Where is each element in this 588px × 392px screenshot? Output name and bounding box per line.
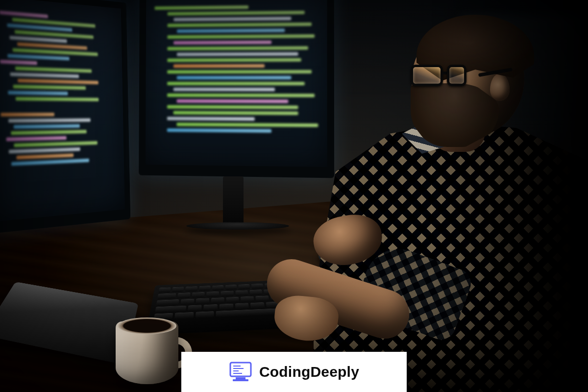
svg-rect-1 — [236, 377, 245, 379]
code-on-screen — [0, 8, 118, 209]
watermark-text: CodingDeeply — [259, 364, 359, 380]
programmer-person — [284, 10, 588, 382]
svg-rect-2 — [233, 379, 248, 381]
monitor-left — [0, 0, 130, 234]
monitor-stand-base — [185, 222, 290, 230]
eyeglasses — [411, 65, 484, 89]
computer-code-icon — [229, 361, 252, 383]
svg-rect-0 — [230, 363, 251, 376]
glasses-lens-right — [447, 65, 466, 86]
monitor-stand-neck — [223, 176, 244, 225]
mug-rim-coffee — [118, 318, 176, 334]
coffee-mug — [116, 318, 184, 386]
photo-scene: CodingDeeply — [0, 0, 588, 392]
glasses-lens-left — [411, 65, 443, 86]
watermark-badge: CodingDeeply — [181, 352, 407, 392]
